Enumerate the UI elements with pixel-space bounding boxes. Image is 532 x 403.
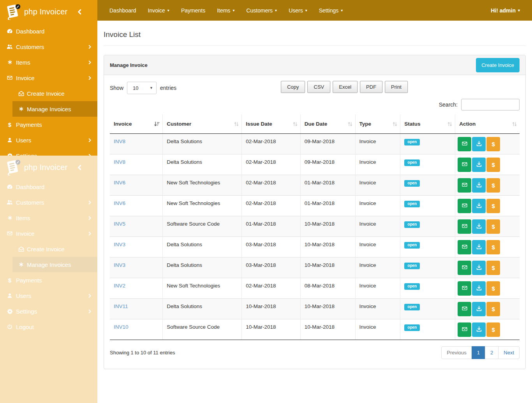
page-2[interactable]: 2 <box>485 346 499 359</box>
export-copy-button[interactable]: Copy <box>281 81 305 93</box>
payment-button[interactable]: $ <box>486 281 500 296</box>
download-invoice-button[interactable] <box>472 219 486 234</box>
email-invoice-button[interactable] <box>458 322 471 337</box>
payment-button[interactable]: $ <box>486 219 500 234</box>
page-previous[interactable]: Previous <box>441 346 472 359</box>
sidebar-item-invoice[interactable]: Invoice <box>0 226 97 241</box>
column-header-customer[interactable]: Customer <box>163 114 242 134</box>
download-invoice-button[interactable] <box>472 178 486 193</box>
sidebar-item-create-invoice[interactable]: Create Invoice <box>0 86 97 101</box>
download-invoice-button[interactable] <box>472 158 486 172</box>
page-next[interactable]: Next <box>498 346 520 359</box>
page-1[interactable]: 1 <box>472 346 485 359</box>
email-invoice-button[interactable] <box>458 178 471 193</box>
email-invoice-button[interactable] <box>458 240 471 254</box>
invoice-link[interactable]: INV5 <box>114 221 125 227</box>
sidebar-item-settings[interactable]: Settings <box>0 148 97 156</box>
nav-item-items[interactable]: Items▾ <box>211 7 240 14</box>
sidebar-collapse-icon[interactable] <box>77 9 83 15</box>
sidebar-item-dashboard[interactable]: Dashboard <box>0 179 97 194</box>
sidebar-item-items[interactable]: Items <box>0 54 97 70</box>
payment-button[interactable]: $ <box>486 302 500 316</box>
nav-item-dashboard[interactable]: Dashboard <box>104 7 142 14</box>
nav-item-customers[interactable]: Customers▾ <box>240 7 283 14</box>
sidebar-item-customers[interactable]: Customers <box>0 39 97 54</box>
nav-item-users[interactable]: Users▾ <box>283 7 313 14</box>
column-header-due-date[interactable]: Due Date <box>300 114 355 134</box>
payment-button[interactable]: $ <box>486 199 500 213</box>
payment-button[interactable]: $ <box>486 240 500 254</box>
page-size-select[interactable]: 10 ▼ <box>127 82 157 94</box>
sidebar-item-users[interactable]: Users <box>0 132 97 148</box>
brand-name: php Invoicer <box>24 163 67 172</box>
search-input[interactable] <box>461 99 520 110</box>
export-pdf-button[interactable]: PDF <box>360 81 382 93</box>
export-excel-button[interactable]: Excel <box>333 81 358 93</box>
column-header-status[interactable]: Status <box>400 114 455 134</box>
sidebar-item-label: Users <box>16 137 31 144</box>
payment-button[interactable]: $ <box>486 137 500 151</box>
sidebar-item-users[interactable]: Users <box>0 288 97 303</box>
user-menu[interactable]: Hi! admin ▾ <box>485 7 526 14</box>
download-invoice-button[interactable] <box>472 137 486 151</box>
email-invoice-button[interactable] <box>458 137 471 151</box>
email-invoice-button[interactable] <box>458 158 471 172</box>
panel-title: Manage Invoice <box>110 62 148 68</box>
sidebar-item-settings[interactable]: Settings <box>0 303 97 319</box>
payment-button[interactable]: $ <box>486 322 500 337</box>
nav-item-settings[interactable]: Settings▾ <box>313 7 349 14</box>
sidebar-item-invoice[interactable]: Invoice <box>0 70 97 86</box>
download-invoice-button[interactable] <box>472 261 486 275</box>
action-cell: $ <box>455 216 520 237</box>
email-invoice-button[interactable] <box>458 219 471 234</box>
nav-item-label: Users <box>289 7 303 14</box>
invoice-link[interactable]: INV10 <box>114 324 129 330</box>
payment-button[interactable]: $ <box>486 178 500 193</box>
type-cell: Invoice <box>355 237 400 258</box>
invoice-link[interactable]: INV8 <box>114 138 125 144</box>
sidebar-item-payments[interactable]: $Payments <box>0 117 97 132</box>
invoice-link[interactable]: INV6 <box>114 180 125 186</box>
sidebar-item-label: Items <box>16 215 30 221</box>
nav-item-payments[interactable]: Payments <box>175 7 211 14</box>
email-invoice-button[interactable] <box>458 261 471 275</box>
download-invoice-button[interactable] <box>472 322 486 337</box>
payment-button[interactable]: $ <box>486 158 500 172</box>
email-invoice-button[interactable] <box>458 199 471 213</box>
export-print-button[interactable]: Print <box>385 81 408 93</box>
sidebar-item-create-invoice[interactable]: Create Invoice <box>0 241 97 257</box>
nav-item-invoice[interactable]: Invoice▾ <box>142 7 175 14</box>
sidebar-item-manage-invoices[interactable]: Manage Invoices <box>12 257 97 272</box>
type-cell: Invoice <box>355 134 400 154</box>
download-invoice-button[interactable] <box>472 240 486 254</box>
column-header-issue-date[interactable]: Issue Date <box>242 114 300 134</box>
sidebar-item-customers[interactable]: Customers <box>0 194 97 210</box>
status-cell: open <box>400 175 455 196</box>
download-invoice-button[interactable] <box>472 302 486 316</box>
status-cell: open <box>400 154 455 175</box>
invoice-link[interactable]: INV3 <box>114 262 125 268</box>
invoice-link[interactable]: INV3 <box>114 242 125 247</box>
column-header-invoice[interactable]: Invoice <box>110 114 163 134</box>
caret-down-icon: ▾ <box>275 9 277 12</box>
column-header-type[interactable]: Type <box>355 114 400 134</box>
column-header-action[interactable]: Action <box>455 114 520 134</box>
invoice-link[interactable]: INV8 <box>114 159 125 165</box>
sidebar-item-logout[interactable]: Logout <box>0 319 97 335</box>
invoice-link[interactable]: INV11 <box>114 303 128 309</box>
invoice-link[interactable]: INV6 <box>114 200 125 206</box>
download-invoice-button[interactable] <box>472 281 486 296</box>
sidebar-item-dashboard[interactable]: Dashboard <box>0 23 97 39</box>
email-invoice-button[interactable] <box>458 302 471 316</box>
sidebar-collapse-icon[interactable] <box>77 165 83 170</box>
payment-button[interactable]: $ <box>486 261 500 275</box>
sidebar-item-items[interactable]: Items <box>0 210 97 226</box>
sidebar-item-payments[interactable]: $Payments <box>0 272 97 288</box>
invoice-link[interactable]: INV2 <box>114 283 125 289</box>
create-invoice-button[interactable]: Create Invoice <box>476 58 520 72</box>
email-invoice-button[interactable] <box>458 281 471 296</box>
sidebar-item-manage-invoices[interactable]: Manage Invoices <box>12 101 97 117</box>
export-csv-button[interactable]: CSV <box>308 81 331 93</box>
download-invoice-button[interactable] <box>472 199 486 213</box>
table-row: INV8Delta Solutions02-Mar-201809-Mar-201… <box>110 154 520 175</box>
